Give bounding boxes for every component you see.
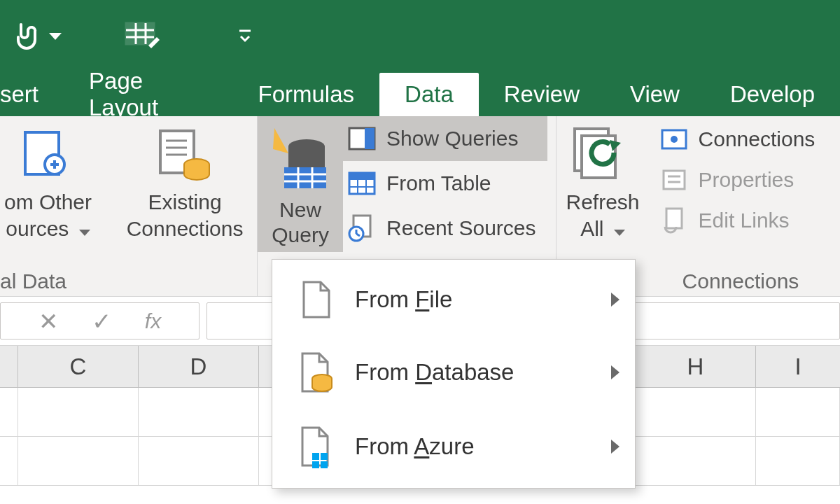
tab-formulas[interactable]: Formulas [233,73,380,116]
database-file-icon [292,351,341,394]
insert-function-icon[interactable]: fx [145,309,161,333]
ribbon: om Other ources Ex [0,116,840,297]
qat-touch-mode[interactable] [8,20,62,52]
group-label-connections: Connections [655,265,827,295]
col-header-h[interactable]: H [636,346,756,387]
menu-from-file-label: From File [355,286,452,313]
tab-review[interactable]: Review [479,73,605,116]
new-query-icon [267,120,333,197]
recent-sources-icon [347,214,377,243]
from-other-sources-label-2: ources [6,217,69,240]
menu-from-database[interactable]: From Database [272,335,635,410]
svg-rect-16 [284,167,326,188]
svg-rect-45 [321,461,328,468]
from-other-sources-label-1: om Other [4,190,92,214]
svg-rect-44 [312,461,319,468]
refresh-all-button[interactable]: Refresh All [562,120,644,244]
menu-from-azure[interactable]: From Azure [272,410,635,484]
properties-icon [659,165,689,195]
azure-file-icon [292,425,341,468]
customize-qat-icon [238,28,252,45]
from-other-sources-icon [21,123,76,188]
from-table-button[interactable]: From Table [343,161,547,206]
svg-rect-42 [312,453,319,460]
cancel-icon[interactable]: ✕ [38,307,58,335]
svg-rect-40 [666,209,682,228]
connections-label: Connections [699,127,816,151]
existing-connections-button[interactable]: Existing Connections [118,120,251,244]
col-header-partial[interactable] [0,346,18,387]
chevron-down-icon [49,33,62,40]
connections-icon [659,125,689,154]
table-pencil-icon [125,22,161,51]
svg-rect-37 [664,171,685,189]
recent-sources-label: Recent Sources [386,216,536,240]
col-header-c[interactable]: C [18,346,139,387]
new-query-menu: From File From Database [272,259,636,489]
edit-links-label: Edit Links [699,209,790,232]
edit-links-icon [659,206,689,235]
menu-from-database-label: From Database [355,359,514,386]
svg-rect-22 [365,128,374,149]
properties-button[interactable]: Properties [655,161,806,199]
chevron-down-icon [79,230,90,236]
chevron-right-icon [611,440,620,454]
qat-customize[interactable] [238,28,252,45]
from-table-label: From Table [386,172,491,195]
connections-button[interactable]: Connections [655,120,827,158]
col-header-d[interactable]: D [139,346,259,387]
name-box[interactable]: ✕ ✓ fx [0,302,200,340]
recent-sources-button[interactable]: Recent Sources [343,206,547,251]
enter-icon[interactable]: ✓ [92,307,111,335]
svg-rect-0 [126,23,154,44]
show-queries-button[interactable]: Show Queries [343,116,547,161]
tab-developer[interactable]: Develop [705,73,840,116]
chevron-down-icon [614,230,625,236]
new-query-label-2: Query [272,223,329,246]
from-table-icon [347,169,377,198]
refresh-all-icon [570,123,635,188]
show-queries-label: Show Queries [386,127,518,150]
chevron-right-icon [611,365,620,379]
from-other-sources-button[interactable]: om Other ources [0,120,96,244]
new-query-button[interactable]: New Query [258,116,343,252]
tab-view[interactable]: View [605,73,705,116]
refresh-all-label-2: All [580,217,603,240]
qat-table-style[interactable] [125,22,161,51]
refresh-all-label-1: Refresh [566,190,640,214]
col-header-i[interactable]: I [756,346,840,387]
svg-rect-43 [321,453,328,460]
svg-rect-24 [349,173,374,180]
group-connections: Connections Properties [650,116,827,296]
title-bar [0,0,840,73]
svg-point-36 [671,136,678,143]
chevron-right-icon [611,293,620,307]
existing-connections-icon [155,123,215,188]
existing-connections-label-1: Existing [148,190,222,214]
menu-from-azure-label: From Azure [355,433,475,460]
existing-connections-label-2: Connections [127,217,244,240]
menu-from-file[interactable]: From File [272,264,635,335]
tab-insert[interactable]: sert [0,73,64,116]
group-external-data: om Other ources Ex [0,116,258,296]
file-icon [292,279,341,320]
show-queries-icon [347,124,377,153]
new-query-label-1: New [279,198,321,221]
touch-mode-icon [8,20,41,52]
group-label-external-data: al Data [0,265,251,295]
edit-links-button[interactable]: Edit Links [655,202,801,239]
properties-label: Properties [699,168,794,192]
tab-data[interactable]: Data [379,73,479,116]
tab-page-layout[interactable]: Page Layout [64,73,233,116]
ribbon-tabs: sert Page Layout Formulas Data Review Vi… [0,73,840,116]
